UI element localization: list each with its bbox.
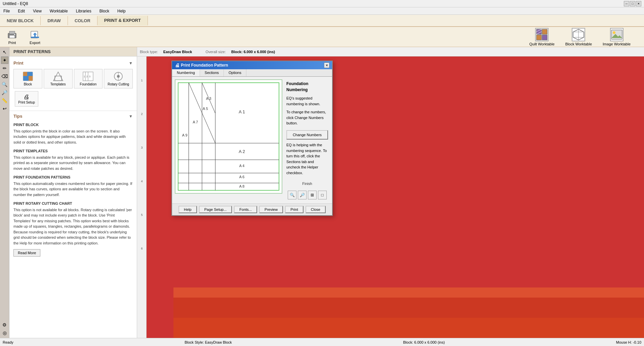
svg-text:A 4: A 4 [239,164,245,168]
tab-color[interactable]: COLOR [68,16,97,25]
tips-header: Tips ▼ [13,114,133,119]
overall-size-label: Overall size: [205,50,226,54]
tool-eraser[interactable]: ⌫ [1,73,8,80]
svg-rect-10 [542,35,547,40]
dialog-close-footer-button[interactable]: Close [306,206,326,213]
finish-grid[interactable]: ⊞ [308,191,317,199]
tool-measure[interactable]: 📏 [1,97,8,104]
menu-view[interactable]: View [31,8,44,14]
image-worktable-label: Image Worktable [603,42,631,46]
canvas-mid-block [173,298,644,318]
tab-draw[interactable]: DRAW [41,16,68,25]
dialog-print-button[interactable]: Print [285,206,304,213]
block-worktable-label: Block Worktable [565,42,592,46]
templates-print-label: Templates [50,82,66,86]
app-title: Untitled - EQ8 [3,1,28,6]
dialog-tab-numbering[interactable]: Numbering [172,69,200,76]
statusbar: Ready Block Style: EasyDraw Block Block:… [0,338,644,346]
tool-undo[interactable]: ↩ [1,105,8,112]
tool-arrow[interactable]: ↖ [1,48,8,56]
tool-zoom-in[interactable]: 🔍 [1,81,8,88]
export-icon [30,29,40,40]
left-sidebar: ↖ ✦ ✏ ⌫ 🔍 🔎 📏 ↩ ⚙ ◎ [0,47,9,338]
svg-text:A 8: A 8 [239,184,245,188]
patterns-panel-title: PRINT PATTERNS [9,47,137,56]
dialog-title: Print Foundation Pattern [181,63,228,68]
tips-label: Tips [13,114,23,119]
tab-print-export[interactable]: PRINT & EXPORT [97,16,148,26]
block-print-icon [22,71,34,81]
finish-zoom-out[interactable]: 🔍 [288,191,296,199]
svg-text:A 9: A 9 [182,133,188,137]
foundation-print-button[interactable]: 1 2 3 Foundation [74,69,103,88]
tips-expand-arrow[interactable]: ▼ [129,114,133,119]
dialog-text3: EQ is helping with the numbering sequenc… [286,142,328,176]
dialog-text1: EQ's suggested numbering is shown. [286,95,328,107]
tool-settings[interactable]: ⚙ [1,321,8,329]
ruler-vertical: 1 2 3 4 5 6 [137,54,147,338]
quilt-worktable-button[interactable]: Quilt Worktable [525,27,559,47]
svg-text:1: 1 [141,79,143,82]
maximize-button[interactable]: □ [630,1,635,6]
templates-print-button[interactable]: Templates [44,69,73,88]
svg-rect-21 [23,72,27,76]
menu-block[interactable]: Block [97,8,111,14]
print-section-label: Print [13,61,24,66]
dialog-right-panel: Foundation Numbering EQ's suggested numb… [285,79,329,201]
block-type-label: Block type: [140,50,158,54]
dialog-page-setup-button[interactable]: Page Setup... [199,206,232,213]
export-label: Export [30,41,40,45]
svg-rect-2 [9,35,15,38]
dialog-fonts-button[interactable]: Fonts... [234,206,257,213]
tool-zoom-out[interactable]: 🔎 [1,89,8,96]
svg-rect-22 [27,72,33,76]
image-worktable-button[interactable]: Image Worktable [599,27,635,47]
tool-pencil[interactable]: ✏ [1,65,8,72]
print-expand-arrow[interactable]: ▼ [129,61,133,66]
tips-section: Tips ▼ PRINT BLOCK This option prints th… [9,111,137,263]
svg-rect-6 [31,37,39,38]
block-worktable-button[interactable]: Block Worktable [561,27,596,47]
ready-status: Ready [3,340,13,344]
finish-zoom-in[interactable]: 🔎 [298,191,307,199]
tool-circle[interactable]: ◎ [1,329,8,337]
rotary-print-label: Rotary Cutting [108,82,129,86]
svg-text:5: 5 [141,213,143,217]
change-numbers-button[interactable]: Change Numbers [286,130,328,140]
rotary-print-button[interactable]: Rotary Cutting [104,69,133,88]
print-button[interactable]: Print [4,28,20,46]
menu-file[interactable]: File [1,8,12,14]
svg-text:3: 3 [89,75,90,78]
dialog-tab-sections[interactable]: Sections [200,69,224,76]
block-print-button[interactable]: Block [13,69,42,88]
menu-libraries[interactable]: Libraries [74,8,93,14]
dialog-help-button[interactable]: Help [178,206,197,213]
dialog-preview-button[interactable]: Preview [259,206,283,213]
canvas-upper-block [173,287,644,298]
print-label: Print [8,41,16,45]
dialog-tab-options[interactable]: Options [224,69,246,76]
menu-edit[interactable]: Edit [16,8,27,14]
tip-title-3: PRINT ROTARY CUTTING CHART [13,201,133,206]
block-type-value: EasyDraw Block [163,50,192,54]
tab-new-block[interactable]: NEW BLOCK [0,16,41,25]
close-button[interactable]: ✕ [636,1,641,6]
quilt-worktable-icon [535,28,549,41]
print-foundation-dialog: 🖨 Print Foundation Pattern ✕ Numbering S… [171,61,333,216]
export-button[interactable]: Export [27,28,43,46]
menu-worktable[interactable]: Worktable [48,8,70,14]
print-section: Print ▼ Block [9,56,137,111]
svg-rect-1 [9,31,15,34]
svg-text:1: 1 [84,75,85,78]
minimize-button[interactable]: ─ [624,1,629,6]
dialog-close-button[interactable]: ✕ [324,63,329,68]
tool-pointer[interactable]: ✦ [1,56,8,64]
tip-text-2: This option automatically creates number… [13,181,133,198]
read-more-button[interactable]: Read More [13,249,40,257]
block-worktable-icon [572,28,585,41]
menu-help[interactable]: Help [115,8,128,14]
finish-view[interactable]: □ [318,191,327,199]
print-setup-button[interactable]: 🖨 Print Setup [15,91,38,107]
dialog-text2: To change the numbers, click Change Numb… [286,109,328,126]
svg-text:4: 4 [141,180,143,183]
